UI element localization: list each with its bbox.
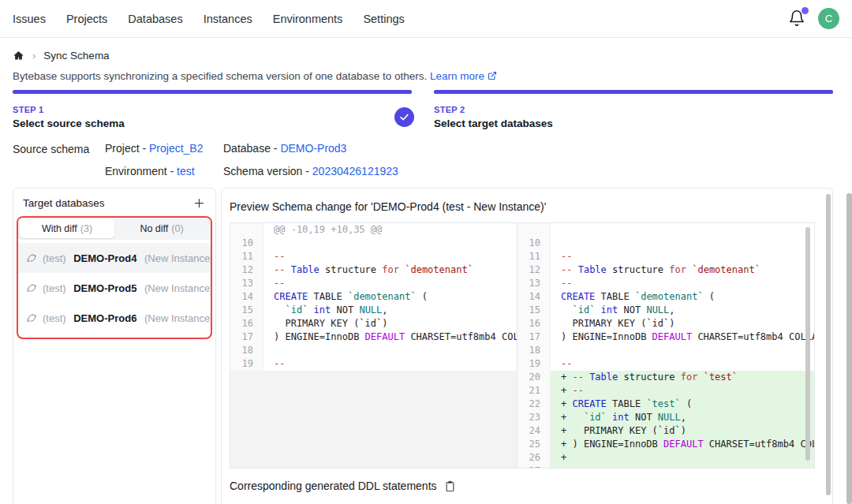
code-content: CREATE TABLE `demotenant` ( (551, 290, 814, 304)
step2-kicker: STEP 2 (434, 105, 553, 114)
nav-item-issues[interactable]: Issues (13, 13, 46, 25)
code-token: int (601, 304, 618, 315)
line-number: 25 (518, 438, 551, 451)
tab-count: (0) (171, 223, 183, 234)
source-field-value-link[interactable]: 20230426121923 (312, 165, 398, 177)
diff-line: 14CREATE TABLE `demotenant` ( (518, 290, 814, 304)
target-database-item[interactable]: (test) DEMO-Prod6 (New Instance) (18, 303, 211, 333)
code-token: -- (274, 278, 285, 289)
added-prefix: + (561, 412, 572, 423)
code-content: + `id` int NOT NULL, (551, 411, 814, 424)
line-number: 10 (518, 237, 551, 250)
schema-diff-editor[interactable]: @@ -10,19 +10,35 @@1011--12-- Table stru… (230, 222, 815, 469)
diff-line: 10 (518, 237, 814, 250)
db-name: DEMO-Prod4 (73, 252, 140, 264)
added-prefix: + (561, 398, 572, 409)
editor-scrollbar[interactable] (805, 227, 810, 461)
code-token: , (669, 304, 674, 315)
target-database-item[interactable]: (test) DEMO-Prod5 (New Instance) (18, 273, 211, 303)
step1-kicker: STEP 1 (13, 105, 125, 114)
source-field-value-link[interactable]: Project_B2 (149, 142, 203, 155)
code-token: CREATE (561, 291, 595, 302)
add-target-database-button[interactable] (192, 196, 206, 210)
code-token: `test` (704, 371, 738, 383)
code-token (308, 304, 313, 315)
source-field-label: Project - (105, 142, 149, 155)
code-token (607, 412, 612, 423)
source-field-label: Schema version - (223, 165, 312, 177)
code-content: -- (263, 357, 517, 371)
code-content: -- (263, 277, 517, 290)
code-token: -- (561, 358, 572, 369)
source-field-value-link[interactable]: DEMO-Prod3 (280, 142, 346, 155)
step1[interactable]: STEP 1 Select source schema (13, 105, 125, 129)
nav-item-instances[interactable]: Instances (204, 13, 252, 25)
code-content: ) ENGINE=InnoDB DEFAULT CHARSET=utf8mb4 … (551, 330, 814, 344)
external-link-icon[interactable] (488, 70, 497, 82)
line-number: 26 (518, 451, 551, 465)
preview-panel-scrollbar[interactable] (826, 194, 831, 495)
line-number: 17 (230, 330, 263, 344)
nav-item-databases[interactable]: Databases (128, 13, 182, 25)
copy-ddl-button[interactable] (444, 480, 456, 492)
breadcrumb: › Sync Schema (13, 50, 110, 62)
code-token: TABLE (607, 398, 647, 409)
step1-label: Select source schema (13, 118, 125, 129)
code-token: CREATE (572, 398, 606, 409)
target-database-item[interactable]: (test) DEMO-Prod4 (New Instance) (18, 243, 211, 273)
code-token: -- (572, 465, 583, 468)
home-icon[interactable] (13, 50, 24, 62)
code-content: `id` int NOT NULL, (551, 304, 814, 317)
nav-item-projects[interactable]: Projects (66, 13, 107, 25)
line-number: 27 (518, 465, 551, 468)
topnav-right: C (788, 8, 839, 29)
breadcrumb-separator: › (32, 50, 36, 62)
diff-line: 14CREATE TABLE `demotenant` ( (230, 290, 517, 304)
page-scrollbar[interactable] (846, 193, 852, 504)
step2[interactable]: STEP 2 Select target databases (434, 105, 553, 129)
code-content: + CREATE TABLE `test` ( (551, 398, 814, 411)
line-number (518, 223, 551, 237)
code-content (263, 237, 517, 250)
line-number (230, 223, 263, 237)
nav-item-environments[interactable]: Environments (273, 13, 343, 25)
line-number: 16 (230, 317, 263, 330)
code-token: TABLE (595, 291, 635, 302)
source-field-value-link[interactable]: test (177, 165, 195, 177)
nav-item-settings[interactable]: Settings (363, 13, 404, 25)
code-token: ( (704, 291, 715, 302)
code-token: -- (561, 264, 572, 275)
code-token: CHARSET=utf8mb4 COLLATI (692, 331, 814, 342)
line-number: 20 (518, 371, 551, 384)
source-field-label: Database - (223, 142, 280, 155)
learn-more-link[interactable]: Learn more (430, 70, 484, 82)
diff-line: 12-- Table structure for `demotenant` (518, 263, 814, 277)
diff-line: 24+ PRIMARY KEY (`id`) (518, 424, 814, 438)
code-token: `id` (285, 304, 308, 315)
source-schema-section: Source schema Project - Project_B2Databa… (13, 142, 398, 177)
code-content: -- (551, 277, 814, 290)
code-token: -- (572, 385, 583, 396)
target-database-list: (test) DEMO-Prod4 (New Instance)(test) D… (18, 240, 211, 338)
added-prefix: + (561, 465, 572, 468)
code-token: CHARSET=utf8mb4 COLLATI (405, 331, 517, 342)
notifications-button[interactable] (788, 9, 807, 28)
tab-no-diff[interactable]: No diff(0) (114, 219, 209, 238)
mysql-icon (26, 252, 38, 264)
tab-with-diff[interactable]: With diff(3) (20, 219, 114, 238)
line-number: 16 (518, 317, 551, 330)
source-field-3: Schema version - 20230426121923 (223, 165, 398, 177)
diff-line: 16 PRIMARY KEY (`id`) (230, 317, 517, 330)
step2-label: Select target databases (434, 118, 553, 129)
source-field-label: Environment - (105, 165, 177, 177)
code-token: CREATE (274, 291, 308, 302)
source-field-0: Project - Project_B2 (105, 142, 223, 155)
avatar[interactable]: C (818, 8, 839, 29)
clipboard-icon (444, 480, 456, 492)
plus-icon (193, 197, 205, 209)
target-databases-header: Target databases (13, 189, 215, 216)
intro-text: Bytebase supports synchronizing a specif… (13, 70, 497, 82)
code-token (572, 264, 577, 275)
code-token: `demotenant` (635, 291, 704, 302)
code-token: `id` (572, 304, 595, 315)
